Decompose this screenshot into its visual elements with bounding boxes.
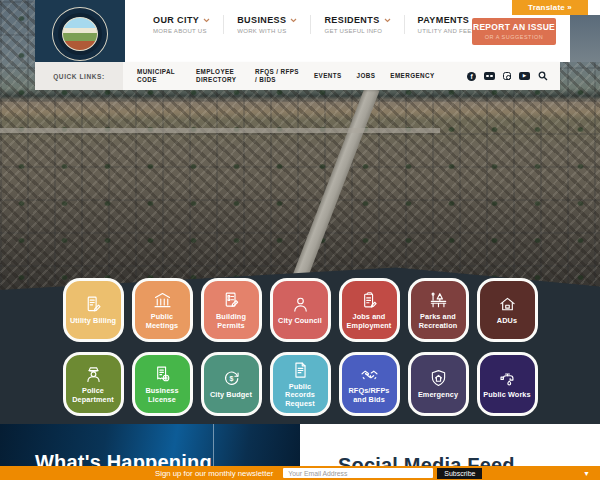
tile-row: Police DepartmentBusiness License$City B…: [63, 352, 538, 416]
refresh-dollar-icon: $: [221, 368, 242, 389]
quick-link-jobs[interactable]: JOBS: [357, 72, 376, 80]
tile-emergency[interactable]: Emergency: [408, 352, 469, 416]
police-officer-icon: [83, 364, 104, 385]
tile-row: Utility BillingPublic MeetingsBuilding P…: [63, 278, 538, 342]
hero-road: [290, 85, 379, 286]
bottom-content-row: What's Happening Social Media Feed: [0, 424, 600, 466]
newsletter-email-input[interactable]: [283, 468, 433, 478]
permit-pencil-icon: [221, 290, 242, 311]
tile-label: RFQs/RFPs and Bids: [343, 387, 396, 404]
nav-item-our-city[interactable]: OUR CITYMORE ABOUT US: [140, 15, 223, 34]
main-navigation: OUR CITYMORE ABOUT USBUSINESSWORK WITH U…: [140, 15, 489, 34]
slide-divider: [213, 424, 214, 466]
hero-sky-patch: [570, 15, 600, 62]
tile-building-permits[interactable]: Building Permits: [201, 278, 262, 342]
newsletter-bar: Sign up for our monthly newsletter Subsc…: [0, 466, 600, 480]
tile-label: Business License: [136, 387, 189, 404]
instagram-icon[interactable]: [503, 72, 511, 80]
receipt-plus-icon: [152, 364, 173, 385]
report-issue-label: REPORT AN ISSUE: [472, 22, 556, 32]
quick-link-emergency[interactable]: EMERGENCY: [390, 72, 434, 80]
tile-label: Building Permits: [205, 313, 258, 330]
faucet-icon: [497, 368, 518, 389]
park-bench-icon: [428, 290, 449, 311]
nav-label: RESIDENTS: [324, 15, 379, 25]
nav-label: PAYMENTS: [418, 15, 470, 25]
tile-label: Police Department: [67, 387, 120, 404]
tile-rfqs-rfps-and-bids[interactable]: RFQs/RFPs and Bids: [339, 352, 400, 416]
tile-label: Utility Billing: [70, 317, 116, 326]
collapse-bar-caret-icon[interactable]: ▼: [583, 470, 590, 477]
tile-parks-and-recreation[interactable]: Parks and Recreation: [408, 278, 469, 342]
tile-label: City Council: [278, 317, 322, 326]
whats-happening-heading: What's Happening: [35, 451, 212, 466]
nav-label: OUR CITY: [153, 15, 199, 25]
quick-links-label: QUICK LINKS:: [35, 62, 123, 90]
quick-links-list: MUNICIPAL CODEEMPLOYEE DIRECTORYRFQS / R…: [137, 68, 435, 84]
nav-subtitle: GET USEFUL INFO: [324, 28, 390, 34]
nav-item-residents[interactable]: RESIDENTSGET USEFUL INFO: [310, 15, 403, 34]
tile-police-department[interactable]: Police Department: [63, 352, 124, 416]
service-tiles-grid: Utility BillingPublic MeetingsBuilding P…: [0, 278, 600, 416]
shield-house-icon: [428, 368, 449, 389]
newsletter-prompt: Sign up for our monthly newsletter: [155, 469, 273, 478]
tile-label: Public Works: [483, 391, 530, 400]
nav-label: BUSINESS: [237, 15, 286, 25]
youtube-icon[interactable]: ▶: [519, 72, 530, 80]
facebook-icon[interactable]: f: [467, 72, 476, 81]
columns-icon: [152, 290, 173, 311]
quick-link-events[interactable]: EVENTS: [314, 72, 342, 80]
clipboard-pencil-icon: [359, 290, 380, 311]
city-seal-artwork: [62, 17, 98, 51]
nav-subtitle: WORK WITH US: [237, 28, 297, 34]
social-media-feed-panel: Social Media Feed: [300, 424, 600, 466]
search-icon[interactable]: [538, 71, 548, 81]
report-issue-button[interactable]: REPORT AN ISSUE OR A SUGGESTION: [472, 18, 556, 45]
chevron-down-icon: [203, 18, 210, 23]
house-icon: [497, 294, 518, 315]
chevron-down-icon: [384, 18, 391, 23]
report-issue-sublabel: OR A SUGGESTION: [472, 34, 556, 40]
city-seal-logo: [52, 7, 108, 61]
tile-utility-billing[interactable]: Utility Billing: [63, 278, 124, 342]
tile-label: Public Records Request: [274, 383, 327, 409]
flickr-icon[interactable]: [484, 72, 495, 80]
tile-label: Parks and Recreation: [412, 313, 465, 330]
translate-button[interactable]: Translate »: [512, 0, 588, 15]
nav-subtitle: MORE ABOUT US: [153, 28, 210, 34]
tile-public-records-request[interactable]: Public Records Request: [270, 352, 331, 416]
nav-subtitle: UTILITY AND FEES: [418, 28, 476, 34]
svg-text:$: $: [229, 375, 233, 383]
tile-label: Jobs and Employment: [343, 313, 396, 330]
subscribe-button[interactable]: Subscribe: [437, 468, 482, 479]
quick-link-employee-directory[interactable]: EMPLOYEE DIRECTORY: [196, 68, 240, 84]
tile-label: Public Meetings: [136, 313, 189, 330]
whats-happening-panel[interactable]: What's Happening: [0, 424, 300, 466]
tile-label: Emergency: [418, 391, 458, 400]
logo-block[interactable]: [35, 0, 125, 62]
tile-jobs-and-employment[interactable]: Jobs and Employment: [339, 278, 400, 342]
tile-adus[interactable]: ADUs: [477, 278, 538, 342]
quick-link-rfqs-rfps-bids[interactable]: RFQS / RFPS / BIDS: [255, 68, 299, 84]
file-lines-icon: [290, 360, 311, 381]
person-icon: [290, 294, 311, 315]
quick-links-bar: QUICK LINKS: MUNICIPAL CODEEMPLOYEE DIRE…: [35, 62, 560, 90]
tile-public-meetings[interactable]: Public Meetings: [132, 278, 193, 342]
tile-public-works[interactable]: Public Works: [477, 352, 538, 416]
tile-business-license[interactable]: Business License: [132, 352, 193, 416]
soledad-city-homepage: OUR CITYMORE ABOUT USBUSINESSWORK WITH U…: [0, 0, 600, 480]
hero-cross-road: [0, 128, 440, 133]
chevron-down-icon: [290, 18, 297, 23]
tile-label: ADUs: [497, 317, 517, 326]
bill-pencil-icon: [83, 294, 104, 315]
tile-label: City Budget: [210, 391, 252, 400]
handshake-icon: [359, 364, 380, 385]
tile-city-budget[interactable]: $City Budget: [201, 352, 262, 416]
tile-city-council[interactable]: City Council: [270, 278, 331, 342]
social-icons-row: f▶: [467, 71, 548, 81]
quick-link-municipal-code[interactable]: MUNICIPAL CODE: [137, 68, 181, 84]
nav-item-business[interactable]: BUSINESSWORK WITH US: [223, 15, 310, 34]
